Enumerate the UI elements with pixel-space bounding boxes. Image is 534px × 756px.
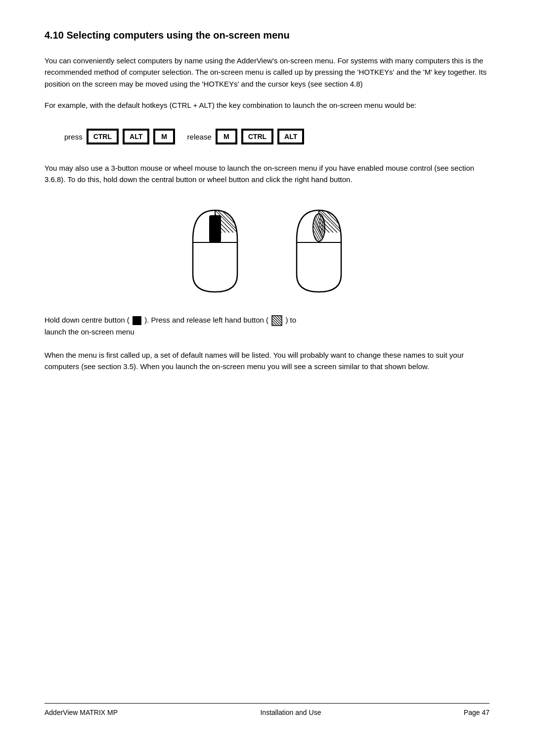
caption-middle: ). Press and release left hand button ( — [144, 316, 268, 324]
key-m-2: M — [216, 129, 237, 144]
footer-right: Page 47 — [464, 709, 490, 716]
paragraph-3: You may also use a 3-button mouse or whe… — [44, 162, 490, 186]
mouse-left-svg — [178, 200, 252, 299]
paragraph-2: For example, with the default hotkeys (C… — [44, 99, 490, 111]
svg-rect-2 — [209, 215, 221, 242]
svg-line-8 — [233, 210, 237, 214]
svg-line-34 — [337, 210, 341, 214]
key-alt-2: ALT — [277, 129, 304, 144]
mouse-right-svg — [282, 200, 356, 299]
caption-before: Hold down centre button ( — [44, 316, 130, 324]
key-ctrl-1: CTRL — [87, 129, 119, 144]
centre-button-icon — [133, 316, 141, 325]
key-ctrl-2: CTRL — [241, 129, 273, 144]
mouse-diagram — [44, 200, 490, 299]
press-label: press — [64, 133, 83, 141]
caption-after: ) to — [285, 316, 296, 324]
content-area: 4.10 Selecting computers using the on-sc… — [44, 30, 490, 703]
key-alt-1: ALT — [123, 129, 149, 144]
paragraph-1: You can conveniently select computers by… — [44, 55, 490, 90]
footer-left: AdderView MATRIX MP — [44, 709, 118, 716]
release-label: release — [187, 133, 212, 141]
paragraph-4: When the menu is first called up, a set … — [44, 349, 490, 373]
mouse-caption: Hold down centre button ( ). Press and r… — [44, 314, 490, 337]
left-button-icon — [271, 315, 282, 326]
page: 4.10 Selecting computers using the on-sc… — [0, 0, 534, 756]
section-heading: 4.10 Selecting computers using the on-sc… — [44, 30, 490, 41]
footer-center: Installation and Use — [260, 709, 321, 716]
caption-line2: launch the on-screen menu — [44, 328, 134, 336]
page-footer: AdderView MATRIX MP Installation and Use… — [44, 703, 490, 716]
key-m-1: M — [153, 129, 175, 144]
key-sequence-diagram: press CTRL ALT M release M CTRL ALT — [64, 129, 490, 144]
